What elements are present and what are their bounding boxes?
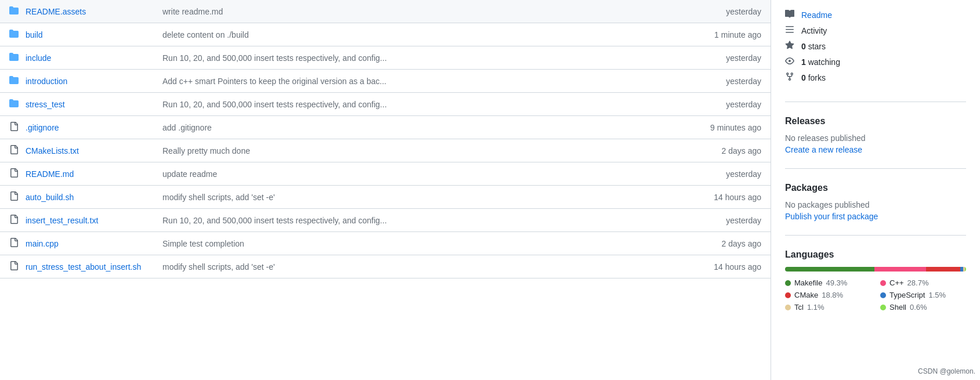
file-message: modify shell scripts, add 'set -e'	[153, 193, 680, 202]
file-name[interactable]: .gitignore	[26, 123, 153, 132]
file-name[interactable]: auto_build.sh	[26, 193, 153, 202]
table-row: stress_test Run 10, 20, and 500,000 inse…	[0, 93, 771, 116]
file-icon	[9, 168, 21, 179]
folder-icon	[9, 6, 21, 17]
readme-label[interactable]: Readme	[801, 10, 832, 20]
language-bar-segment	[926, 267, 960, 272]
activity-row: Activity	[785, 25, 966, 36]
folder-icon	[9, 75, 21, 86]
file-name[interactable]: insert_test_result.txt	[26, 216, 153, 225]
file-name[interactable]: CMakeLists.txt	[26, 146, 153, 155]
stars-row: 0 stars	[785, 41, 966, 52]
language-percent: 1.5%	[928, 291, 946, 299]
folder-icon	[9, 99, 21, 110]
forks-row: 0 forks	[785, 72, 966, 83]
file-message: update readme	[153, 169, 680, 179]
file-name[interactable]: README.assets	[26, 7, 153, 16]
language-item: C++ 28.7%	[880, 278, 966, 287]
file-message: modify shell scripts, add 'set -e'	[153, 262, 680, 272]
file-name[interactable]: run_stress_test_about_insert.sh	[26, 262, 153, 272]
file-message: Add c++ smart Pointers to keep the origi…	[153, 77, 680, 86]
file-message: Run 10, 20, and 500,000 insert tests res…	[153, 216, 680, 225]
releases-section: Releases No releases published Create a …	[785, 116, 966, 169]
language-percent: 0.6%	[910, 303, 927, 312]
file-time: 14 hours ago	[680, 193, 761, 202]
languages-heading: Languages	[785, 249, 966, 260]
file-message: delete content on ./build	[153, 30, 680, 39]
file-time: 14 hours ago	[680, 262, 761, 272]
language-item: CMake 18.8%	[785, 291, 871, 299]
readme-row: Readme	[785, 9, 966, 20]
file-icon	[9, 145, 21, 156]
star-icon	[785, 41, 797, 52]
readme-icon	[785, 9, 797, 20]
file-message: add .gitignore	[153, 123, 680, 132]
stars-label: 0 stars	[801, 42, 826, 51]
file-time: 2 days ago	[680, 146, 761, 155]
file-time: yesterday	[680, 77, 761, 86]
activity-label: Activity	[801, 26, 827, 35]
create-release-link[interactable]: Create a new release	[785, 145, 966, 154]
table-row: introduction Add c++ smart Pointers to k…	[0, 70, 771, 93]
sidebar: Readme Activity 0 stars	[771, 0, 980, 380]
file-message: Really pretty much done	[153, 146, 680, 155]
file-icon	[9, 215, 21, 226]
table-row: build delete content on ./build 1 minute…	[0, 23, 771, 46]
file-icon	[9, 261, 21, 272]
packages-section: Packages No packages published Publish y…	[785, 183, 966, 236]
language-name: Makefile	[794, 278, 822, 287]
language-percent: 1.1%	[807, 303, 824, 312]
file-time: yesterday	[680, 53, 761, 63]
language-name: Shell	[889, 303, 906, 312]
file-name[interactable]: introduction	[26, 77, 153, 86]
packages-heading: Packages	[785, 183, 966, 193]
watching-label: 1 watching	[801, 57, 840, 67]
language-dot	[785, 280, 791, 286]
repo-meta-section: Readme Activity 0 stars	[785, 9, 966, 102]
publish-package-link[interactable]: Publish your first package	[785, 212, 966, 221]
table-row: auto_build.sh modify shell scripts, add …	[0, 186, 771, 209]
language-dot	[880, 305, 886, 310]
file-name[interactable]: main.cpp	[26, 239, 153, 248]
folder-icon	[9, 52, 21, 63]
language-dot	[880, 292, 886, 298]
file-icon	[9, 191, 21, 202]
file-name[interactable]: README.md	[26, 169, 153, 179]
file-time: yesterday	[680, 7, 761, 16]
table-row: README.assets write readme.md yesterday	[0, 0, 771, 23]
language-name: Tcl	[794, 303, 804, 312]
file-message: Run 10, 20, and 500,000 insert tests res…	[153, 53, 680, 63]
language-name: C++	[889, 278, 904, 287]
file-message: write readme.md	[153, 7, 680, 16]
language-percent: 18.8%	[822, 291, 843, 299]
table-row: README.md update readme yesterday	[0, 162, 771, 186]
language-item: TypeScript 1.5%	[880, 291, 966, 299]
file-name[interactable]: build	[26, 30, 153, 39]
language-item: Shell 0.6%	[880, 303, 966, 312]
releases-heading: Releases	[785, 116, 966, 126]
language-dot	[785, 305, 791, 310]
table-row: main.cpp Simple test completion 2 days a…	[0, 232, 771, 255]
file-name[interactable]: stress_test	[26, 100, 153, 109]
table-row: include Run 10, 20, and 500,000 insert t…	[0, 46, 771, 70]
language-item: Tcl 1.1%	[785, 303, 871, 312]
file-icon	[9, 238, 21, 249]
file-list: README.assets write readme.md yesterday …	[0, 0, 771, 380]
watching-row: 1 watching	[785, 56, 966, 67]
language-name: CMake	[794, 291, 818, 299]
language-dot	[880, 280, 886, 286]
eye-icon	[785, 56, 797, 67]
file-time: 1 minute ago	[680, 30, 761, 39]
table-row: run_stress_test_about_insert.sh modify s…	[0, 255, 771, 278]
file-icon	[9, 122, 21, 133]
file-name[interactable]: include	[26, 53, 153, 63]
language-name: TypeScript	[889, 291, 925, 299]
watermark: CSDN @golemon.	[918, 367, 975, 375]
folder-icon	[9, 29, 21, 40]
languages-section: Languages Makefile 49.3% C++ 28.7% CMake…	[785, 249, 966, 325]
table-row: .gitignore add .gitignore 9 minutes ago	[0, 116, 771, 139]
releases-empty: No releases published	[785, 133, 966, 143]
fork-icon	[785, 72, 797, 83]
activity-icon	[785, 25, 797, 36]
table-row: insert_test_result.txt Run 10, 20, and 5…	[0, 209, 771, 232]
